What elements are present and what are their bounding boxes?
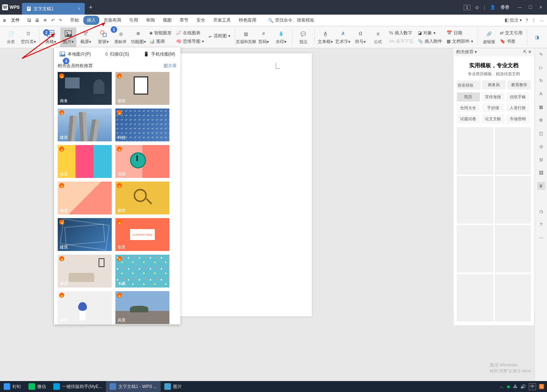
- image-thumb[interactable]: 🔥家居: [58, 255, 112, 288]
- scanner-option[interactable]: ⎙ 扫描仪(S): [96, 51, 138, 57]
- template-search-input[interactable]: [457, 80, 481, 90]
- tab-start[interactable]: 开始: [66, 16, 83, 25]
- search-hint[interactable]: 查找命令、搜索模板: [275, 17, 314, 23]
- mind-map-button[interactable]: 🧠思维导图▾: [175, 38, 206, 45]
- bookmark-button[interactable]: 🔖书签: [498, 38, 524, 45]
- badge-indicator[interactable]: 1: [464, 5, 470, 10]
- arttext-button[interactable]: A艺术字▾: [335, 27, 351, 47]
- shape-button[interactable]: 形状▾: [95, 27, 111, 47]
- date-button[interactable]: 📅日期: [445, 29, 475, 37]
- picture-button[interactable]: 图片▾: [60, 27, 76, 47]
- insert-number-button[interactable]: ⁵⁄₆插入数字: [387, 29, 415, 37]
- tab-view[interactable]: 视图: [159, 16, 175, 25]
- taskbar-item-wechat[interactable]: 微信: [25, 381, 50, 392]
- hamburger-icon[interactable]: ≡: [3, 18, 6, 23]
- more-tool-icon[interactable]: ⋯: [537, 234, 545, 242]
- image-thumb[interactable]: 🔥商务: [58, 72, 112, 105]
- taskbar-item-image[interactable]: 图片: [161, 381, 185, 392]
- file-menu[interactable]: 文件: [8, 16, 23, 25]
- template-tag[interactable]: 试题试卷: [457, 114, 480, 123]
- tray-ime[interactable]: 中: [529, 383, 536, 390]
- image-thumb[interactable]: 🔥创意: [58, 145, 112, 178]
- template-tag[interactable]: 论文文献: [482, 114, 505, 123]
- image-thumb[interactable]: 🔥植物: [58, 291, 112, 324]
- redo-icon[interactable]: ↷: [58, 18, 62, 23]
- template-tag[interactable]: 人资行政: [506, 103, 529, 113]
- clock-icon[interactable]: ◷: [537, 208, 545, 216]
- text-tool-icon[interactable]: A: [537, 90, 545, 98]
- image-library-link[interactable]: 图片库: [164, 63, 177, 69]
- template-thumb[interactable]: [495, 127, 531, 175]
- header-footer-button[interactable]: ▤页眉和页脚: [238, 27, 254, 47]
- tab-layout[interactable]: 页面布局: [100, 16, 125, 25]
- chart-button[interactable]: 📊图表: [148, 38, 173, 45]
- image-thumb[interactable]: 🔥极简: [115, 182, 169, 214]
- object-button[interactable]: ◪对象▾: [416, 29, 444, 37]
- function-chart-button[interactable]: ⚙功能图▾: [130, 27, 146, 47]
- template-thumb[interactable]: [495, 225, 531, 273]
- image-thumb[interactable]: 🔥SUMMER BBQ创意: [115, 218, 169, 251]
- template-tag[interactable]: 市场营销: [506, 114, 529, 123]
- select-tool-icon[interactable]: ▷: [537, 64, 545, 72]
- taskbar-item-wps[interactable]: 文字文稿1 - WPS ...: [106, 381, 161, 392]
- document-tab[interactable]: 文字文稿1 ×: [22, 3, 85, 15]
- textbox-button[interactable]: A̲文本框▾: [317, 27, 333, 47]
- tab-reference[interactable]: 引用: [126, 16, 142, 25]
- doc-parts-button[interactable]: ▦文档部件▾: [445, 38, 475, 45]
- hyperlink-button[interactable]: 🔗超链接: [481, 27, 497, 47]
- image-thumb[interactable]: 🔥清新: [115, 145, 169, 178]
- image-thumb[interactable]: 🔥渐变: [58, 182, 112, 214]
- blank-page-button[interactable]: 🗋空白页▾: [20, 27, 37, 47]
- print-icon[interactable]: 🖶: [35, 18, 39, 23]
- taskbar-item-helper[interactable]: 一键排版助手(MyE...: [50, 381, 106, 392]
- image-thumb[interactable]: 🔥科技: [115, 109, 169, 141]
- page-number-button[interactable]: #页码▾: [256, 27, 272, 47]
- attachment-button[interactable]: 📎插入附件: [416, 38, 444, 45]
- template-tag[interactable]: 信纸手账: [506, 92, 529, 102]
- close-window-icon[interactable]: ✕: [539, 5, 543, 10]
- formula-button[interactable]: π公式: [370, 27, 386, 47]
- settings-tool-icon[interactable]: ⚙: [537, 116, 545, 124]
- tab-safety[interactable]: 安全: [193, 16, 209, 25]
- image-thumb[interactable]: 🔥风景: [115, 291, 169, 324]
- phone-transfer-option[interactable]: 📱 手机传图(M): [138, 51, 180, 57]
- flow-chart-button[interactable]: ⬐流程图▾: [207, 32, 232, 40]
- tray-network-icon[interactable]: 🖧: [513, 384, 517, 389]
- user-avatar-icon[interactable]: 👤: [490, 5, 496, 10]
- template-tag[interactable]: 手抄报: [482, 103, 505, 113]
- online-chart-button[interactable]: 📈在线图表: [175, 29, 206, 37]
- annotate-button[interactable]: 💬批注: [295, 27, 311, 47]
- panel-pin-icon[interactable]: ⇱: [523, 49, 527, 54]
- page-break-button[interactable]: 📄分页: [3, 27, 19, 47]
- undo-icon[interactable]: ↶: [51, 18, 55, 23]
- expand-icon[interactable]: ⊟: [537, 156, 545, 164]
- template-thumb[interactable]: [495, 274, 531, 321]
- help-icon[interactable]: ?: [525, 18, 528, 23]
- template-thumb[interactable]: [495, 176, 531, 224]
- taskbar-item-dingtalk[interactable]: 钉钉: [0, 381, 25, 392]
- image-thumb[interactable]: 🔥卡通: [115, 255, 169, 288]
- template-tag[interactable]: 简历: [457, 92, 480, 102]
- template-tab-business[interactable]: 商务风: [482, 80, 506, 90]
- template-thumb[interactable]: [457, 176, 493, 224]
- image-thumb[interactable]: 🔥极简: [115, 72, 169, 105]
- watermark-button[interactable]: 💧水印▾: [273, 27, 289, 47]
- comment-button[interactable]: ◧ 批注 ▾: [505, 17, 522, 23]
- tray-volume-icon[interactable]: 🔊: [520, 384, 526, 389]
- refresh-icon[interactable]: ↻: [537, 77, 545, 85]
- tab-feature[interactable]: 特色应用: [235, 16, 260, 25]
- template-tab-education[interactable]: 教育教学: [507, 80, 531, 90]
- panel-close-icon[interactable]: ✕: [528, 49, 532, 54]
- tab-insert[interactable]: 插入: [83, 16, 99, 25]
- coins-icon[interactable]: ◎: [537, 142, 545, 151]
- template-thumb[interactable]: [457, 274, 493, 321]
- tab-close-icon[interactable]: ×: [78, 6, 80, 11]
- tab-section[interactable]: 章节: [176, 16, 192, 25]
- template-thumb[interactable]: [457, 225, 493, 273]
- symbol-button[interactable]: Ω符号▾: [352, 27, 368, 47]
- new-tab-button[interactable]: +: [89, 4, 92, 11]
- screenshot-button[interactable]: ✂️截屏▾: [78, 27, 94, 47]
- pencil-tool-icon[interactable]: ✎: [537, 50, 545, 58]
- template-thumb[interactable]: [457, 127, 493, 175]
- search-icon[interactable]: 🔍: [268, 18, 274, 23]
